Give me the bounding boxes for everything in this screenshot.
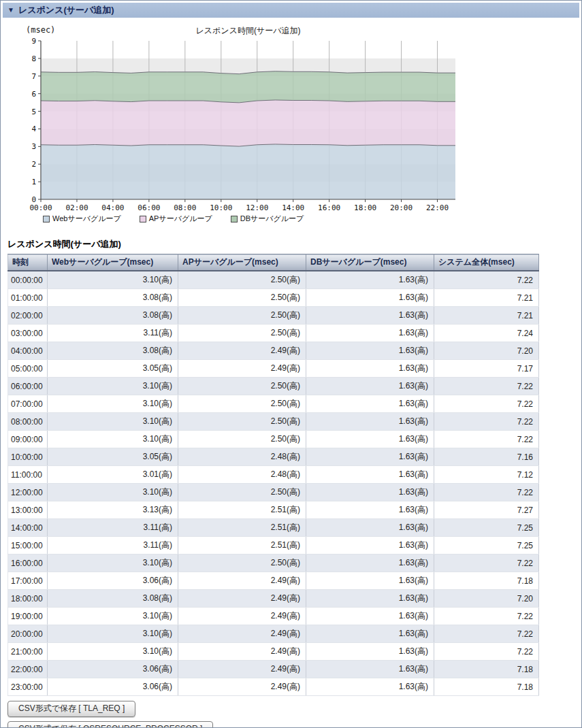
csv-save-button-osresource-processor[interactable]: CSV形式で保存 [ OSRESOURCE_PROCESSOR ] bbox=[7, 721, 213, 728]
cell-db: 1.63(高) bbox=[306, 448, 434, 466]
cell-ap: 2.50(高) bbox=[178, 271, 306, 289]
response-time-chart: 012345678900:0002:0004:0006:0008:0010:00… bbox=[1, 37, 470, 213]
table-row: 18:00:003.08(高)2.49(高)1.63(高)7.20 bbox=[8, 590, 539, 608]
cell-total: 7.20 bbox=[434, 342, 539, 360]
table-row: 16:00:003.10(高)2.50(高)1.63(高)7.22 bbox=[8, 555, 539, 572]
cell-ap: 2.49(高) bbox=[178, 625, 306, 643]
cell-db: 1.63(高) bbox=[306, 484, 434, 501]
svg-text:8: 8 bbox=[31, 54, 36, 63]
cell-ap: 2.50(高) bbox=[178, 395, 306, 413]
cell-total: 7.22 bbox=[434, 555, 539, 572]
cell-total: 7.25 bbox=[434, 537, 539, 555]
cell-total: 7.27 bbox=[434, 501, 539, 519]
table-row: 17:00:003.06(高)2.49(高)1.63(高)7.18 bbox=[8, 572, 539, 590]
cell-time: 09:00:00 bbox=[8, 431, 48, 448]
cell-time: 16:00:00 bbox=[8, 555, 48, 572]
cell-web: 3.10(高) bbox=[48, 555, 178, 572]
cell-total: 7.16 bbox=[434, 448, 539, 466]
cell-time: 06:00:00 bbox=[8, 378, 48, 395]
legend-item: Webサーバグループ bbox=[43, 214, 121, 224]
cell-db: 1.63(高) bbox=[306, 466, 434, 484]
svg-text:14:00: 14:00 bbox=[282, 203, 304, 212]
cell-total: 7.22 bbox=[434, 395, 539, 413]
section-header[interactable]: ▼ レスポンス(サーバ追加) bbox=[3, 3, 579, 18]
cell-total: 7.22 bbox=[434, 413, 539, 431]
cell-web: 3.11(高) bbox=[48, 325, 178, 342]
chart-title: レスポンス時間(サーバ追加) bbox=[41, 25, 455, 37]
cell-web: 3.10(高) bbox=[48, 643, 178, 661]
cell-total: 7.18 bbox=[434, 678, 539, 696]
table-row: 03:00:003.11(高)2.50(高)1.63(高)7.24 bbox=[8, 325, 539, 342]
cell-db: 1.63(高) bbox=[306, 360, 434, 378]
table-row: 22:00:003.06(高)2.49(高)1.63(高)7.18 bbox=[8, 661, 539, 678]
cell-web: 3.10(高) bbox=[48, 484, 178, 501]
cell-total: 7.24 bbox=[434, 325, 539, 342]
cell-db: 1.63(高) bbox=[306, 537, 434, 555]
cell-ap: 2.50(高) bbox=[178, 289, 306, 307]
cell-time: 08:00:00 bbox=[8, 413, 48, 431]
cell-db: 1.63(高) bbox=[306, 395, 434, 413]
svg-text:18:00: 18:00 bbox=[354, 203, 376, 212]
cell-web: 3.08(高) bbox=[48, 342, 178, 360]
cell-time: 15:00:00 bbox=[8, 537, 48, 555]
table-row: 23:00:003.06(高)2.49(高)1.63(高)7.18 bbox=[8, 678, 539, 696]
svg-text:22:00: 22:00 bbox=[426, 203, 449, 212]
response-table: 時刻Webサーバグループ(msec)APサーバグループ(msec)DBサーバグル… bbox=[7, 254, 539, 696]
cell-ap: 2.49(高) bbox=[178, 590, 306, 608]
svg-text:08:00: 08:00 bbox=[174, 203, 196, 212]
cell-ap: 2.50(高) bbox=[178, 325, 306, 342]
legend-label: APサーバグループ bbox=[149, 214, 212, 224]
cell-web: 3.10(高) bbox=[48, 431, 178, 448]
cell-web: 3.13(高) bbox=[48, 501, 178, 519]
svg-text:04:00: 04:00 bbox=[101, 203, 124, 212]
cell-web: 3.10(高) bbox=[48, 271, 178, 289]
cell-web: 3.06(高) bbox=[48, 572, 178, 590]
table-row: 13:00:003.13(高)2.51(高)1.63(高)7.27 bbox=[8, 501, 539, 519]
cell-db: 1.63(高) bbox=[306, 501, 434, 519]
cell-time: 18:00:00 bbox=[8, 590, 48, 608]
cell-db: 1.63(高) bbox=[306, 572, 434, 590]
table-row: 07:00:003.10(高)2.50(高)1.63(高)7.22 bbox=[8, 395, 539, 413]
cell-time: 02:00:00 bbox=[8, 307, 48, 325]
cell-web: 3.08(高) bbox=[48, 289, 178, 307]
cell-total: 7.22 bbox=[434, 271, 539, 289]
svg-text:20:00: 20:00 bbox=[390, 203, 413, 212]
cell-time: 00:00:00 bbox=[8, 271, 48, 289]
cell-web: 3.10(高) bbox=[48, 378, 178, 395]
cell-total: 7.22 bbox=[434, 625, 539, 643]
cell-total: 7.22 bbox=[434, 643, 539, 661]
cell-ap: 2.48(高) bbox=[178, 448, 306, 466]
svg-text:4: 4 bbox=[31, 125, 36, 133]
page-container: ▼ レスポンス(サーバ追加) (msec) レスポンス時間(サーバ追加) 012… bbox=[0, 0, 582, 728]
legend-swatch bbox=[231, 216, 238, 222]
cell-web: 3.11(高) bbox=[48, 519, 178, 537]
cell-time: 12:00:00 bbox=[8, 484, 48, 501]
cell-time: 10:00:00 bbox=[8, 448, 48, 466]
svg-text:3: 3 bbox=[31, 142, 36, 151]
csv-save-button-tla-req[interactable]: CSV形式で保存 [ TLA_REQ ] bbox=[7, 701, 135, 717]
cell-web: 3.08(高) bbox=[48, 307, 178, 325]
cell-ap: 2.49(高) bbox=[178, 661, 306, 678]
svg-text:5: 5 bbox=[31, 107, 36, 116]
cell-ap: 2.49(高) bbox=[178, 643, 306, 661]
column-header: APサーバグループ(msec) bbox=[178, 254, 306, 271]
svg-text:9: 9 bbox=[31, 37, 36, 46]
csv-buttons: CSV形式で保存 [ TLA_REQ ] CSV形式で保存 [ OSRESOUR… bbox=[7, 701, 581, 728]
cell-total: 7.12 bbox=[434, 466, 539, 484]
cell-ap: 2.50(高) bbox=[178, 378, 306, 395]
table-title: レスポンス時間(サーバ追加) bbox=[7, 238, 581, 250]
cell-time: 07:00:00 bbox=[8, 395, 48, 413]
cell-ap: 2.50(高) bbox=[178, 555, 306, 572]
table-row: 19:00:003.10(高)2.49(高)1.63(高)7.22 bbox=[8, 608, 539, 625]
table-row: 09:00:003.10(高)2.50(高)1.63(高)7.22 bbox=[8, 431, 539, 448]
cell-time: 17:00:00 bbox=[8, 572, 48, 590]
table-row: 02:00:003.08(高)2.50(高)1.63(高)7.21 bbox=[8, 307, 539, 325]
cell-total: 7.20 bbox=[434, 590, 539, 608]
cell-db: 1.63(高) bbox=[306, 342, 434, 360]
cell-web: 3.10(高) bbox=[48, 413, 178, 431]
table-row: 12:00:003.10(高)2.50(高)1.63(高)7.22 bbox=[8, 484, 539, 501]
column-header: DBサーバグループ(msec) bbox=[306, 254, 434, 271]
cell-time: 03:00:00 bbox=[8, 325, 48, 342]
cell-db: 1.63(高) bbox=[306, 413, 434, 431]
cell-db: 1.63(高) bbox=[306, 555, 434, 572]
